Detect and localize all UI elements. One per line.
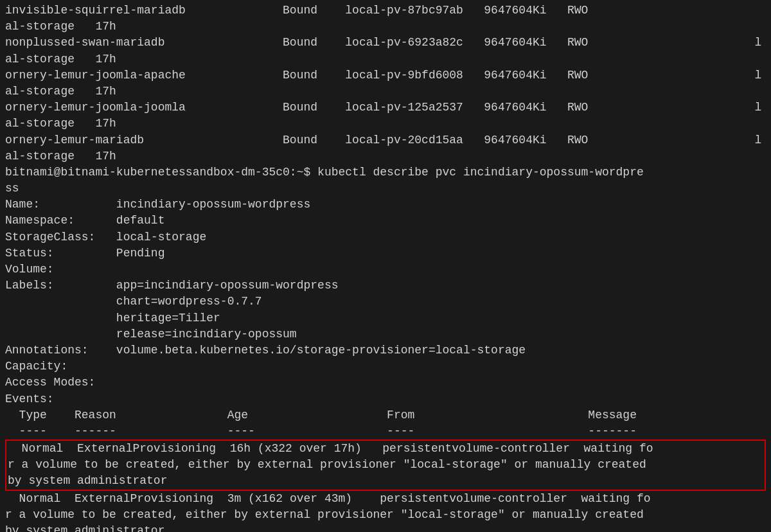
pvc-row-4b: al-storage 17h: [5, 116, 766, 132]
field-labels: Labels: app=incindiary-opossum-wordpress: [5, 278, 766, 294]
command-prompt-cont: ss: [5, 181, 766, 197]
field-annotations: Annotations: volume.beta.kubernetes.io/s…: [5, 342, 766, 359]
events-table-header: Type Reason Age From Message: [5, 407, 766, 423]
pvc-row-3: ornery-lemur-joomla-apache Bound local-p…: [5, 67, 766, 84]
event-row-1: Normal ExternalProvisioning 16h (x322 ov…: [5, 439, 766, 491]
field-events: Events:: [5, 391, 766, 407]
pvc-row-1: invisible-squirrel-mariadb Bound local-p…: [5, 3, 766, 19]
field-storageclass: StorageClass: local-storage: [5, 229, 766, 245]
pvc-row-1b: al-storage 17h: [5, 19, 766, 35]
field-access-modes: Access Modes:: [5, 375, 766, 391]
field-volume: Volume:: [5, 262, 766, 278]
field-labels-3: heritage=Tiller: [5, 310, 766, 326]
event-row-2: Normal ExternalProvisioning 3m (x162 ove…: [5, 491, 766, 532]
events-table-dashes: ---- ------ ---- ---- -------: [5, 423, 766, 439]
pvc-row-5b: al-storage 17h: [5, 148, 766, 164]
pvc-row-2: nonplussed-swan-mariadb Bound local-pv-6…: [5, 35, 766, 51]
field-name: Name: incindiary-opossum-wordpress: [5, 197, 766, 213]
field-labels-2: chart=wordpress-0.7.7: [5, 294, 766, 310]
pvc-row-5: ornery-lemur-mariadb Bound local-pv-20cd…: [5, 132, 766, 148]
field-status: Status: Pending: [5, 245, 766, 262]
pvc-row-4: ornery-lemur-joomla-joomla Bound local-p…: [5, 100, 766, 116]
terminal: invisible-squirrel-mariadb Bound local-p…: [0, 0, 771, 532]
command-prompt: bitnami@bitnami-kubernetessandbox-dm-35c…: [5, 164, 766, 181]
field-labels-4: release=incindiary-opossum: [5, 326, 766, 342]
field-namespace: Namespace: default: [5, 213, 766, 229]
pvc-row-2b: al-storage 17h: [5, 51, 766, 67]
pvc-row-3b: al-storage 17h: [5, 84, 766, 100]
field-capacity: Capacity:: [5, 359, 766, 375]
